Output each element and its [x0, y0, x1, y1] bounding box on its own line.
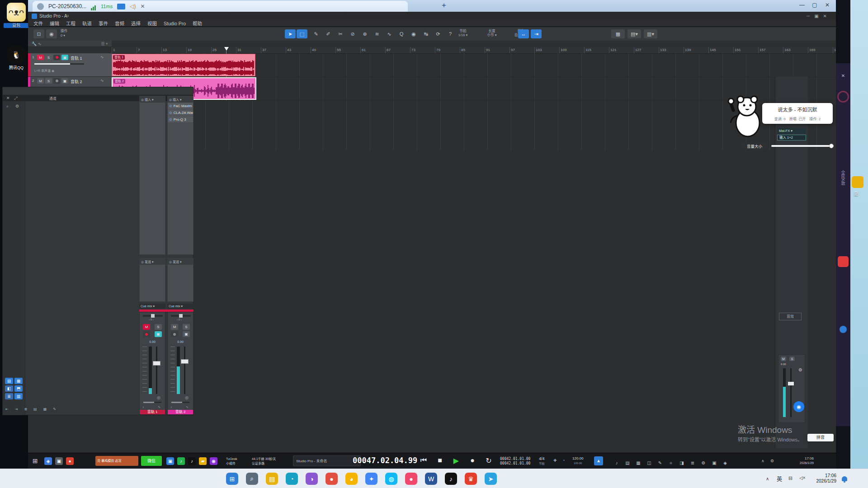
panel-icon[interactable]: ◨ [676, 460, 687, 465]
notification-bell-icon[interactable] [842, 476, 847, 481]
menu-item[interactable]: 工程 [66, 20, 75, 27]
monitor-share-icon[interactable] [117, 4, 125, 9]
tool-button[interactable]: ⬚ [297, 29, 307, 38]
cue-mix-dropdown[interactable]: Cue mix ▾ [167, 304, 193, 309]
track-tools-icons[interactable]: 🔧 ∿ [32, 42, 41, 46]
taskbar-app-icon[interactable]: ◕ [345, 473, 358, 485]
panel-icon[interactable]: ♪ [611, 460, 622, 465]
remote-app-icon[interactable]: ▣ [55, 457, 63, 465]
menu-item[interactable]: 轨道 [82, 20, 92, 27]
tool-button[interactable]: ✎ [311, 29, 321, 38]
mini-fader-cap[interactable] [788, 382, 794, 385]
remote-app-icon[interactable]: ● [66, 457, 74, 465]
monitor-button[interactable]: ▣ [61, 55, 68, 60]
console-bottom-icon[interactable]: ⇤ [5, 407, 9, 411]
record-arm-button[interactable] [53, 78, 60, 84]
fader-cap[interactable] [153, 361, 160, 366]
loop-button[interactable]: ↻ [483, 456, 495, 465]
console-bottom-icon[interactable]: ▦ [43, 407, 47, 411]
taskbar-app-icon[interactable]: ⌕ [246, 473, 258, 485]
inserts-header[interactable]: ◎ 插入 ▾ [140, 96, 165, 103]
tool-button[interactable]: ➤ [285, 29, 296, 38]
toolbar-left-value[interactable]: 0 ▾ [61, 33, 65, 38]
karaoke-popup[interactable]: 说太多 - 不如沉默 变调: 0原唱: 已开操作: 2 [762, 103, 833, 124]
taskbar-app-icon[interactable]: ✦ [365, 473, 377, 485]
sends-column-2[interactable]: ◎ 发送 ▾ [167, 258, 193, 302]
strip-record[interactable] [143, 331, 150, 337]
cue-level-slider[interactable] [171, 402, 189, 403]
speaker-icon[interactable]: ◁) [130, 3, 136, 9]
tool-button[interactable]: ∿ [384, 29, 395, 38]
monitor-mode-icon[interactable]: ◉ [46, 29, 57, 38]
remote-app-icon[interactable]: ◈ [44, 457, 52, 465]
sends-column-1[interactable]: ◎ 发送 ▾ [139, 258, 165, 302]
mini-mute[interactable]: M [781, 357, 786, 361]
widget-label-2[interactable]: 小组件 [226, 462, 236, 465]
widget-label-1[interactable]: TuGeak [226, 457, 237, 460]
menu-item[interactable]: 事件 [99, 20, 108, 27]
volume-muted-icon[interactable]: ◁× [799, 475, 806, 480]
mini-solo[interactable]: S [789, 357, 795, 361]
remote-taskbar-window-button[interactable]: 贝·暴鸡模仿 近况 [95, 456, 138, 466]
taskbar-app-icon[interactable]: W [425, 473, 437, 485]
host-minimize-button[interactable]: — [797, 2, 807, 8]
host-clock[interactable]: 17:06 2026/1/29 [813, 473, 836, 484]
track-io-chips[interactable]: L+R 单声道 ◉ [34, 68, 54, 73]
taskbar-app-icon[interactable]: ⊞ [226, 473, 238, 485]
side-red-badge[interactable] [838, 256, 849, 267]
studio-taskbar-button[interactable]: Studio Pro - 未命名 [293, 455, 361, 466]
toggle-button[interactable]: ⇥ [531, 29, 542, 38]
view-button[interactable]: ▦ [611, 29, 625, 38]
pan-slider[interactable] [171, 315, 191, 317]
network-icon[interactable]: ⊟ [788, 475, 793, 481]
studio-close[interactable]: ✕ [823, 14, 831, 19]
rail-button[interactable]: ◧ [5, 385, 13, 392]
new-tab-button[interactable]: + [442, 1, 446, 10]
strip-solo[interactable]: S [155, 324, 162, 330]
track-header-1[interactable]: 1 M S ▣ 音轨 1 ∿ L+R 单声道 ◉ [28, 53, 112, 77]
record-button[interactable]: ● [467, 456, 478, 465]
console-gear-icon[interactable]: ⚙ [15, 104, 19, 108]
record-arm-button[interactable] [53, 55, 60, 60]
inserts-column-2[interactable]: ◎ 插入 ▾ ⊙FaC Maxim⊙CLA-2A Warm⊙Pro-Q 3 [167, 96, 193, 255]
remote-app-icon[interactable]: ♪ [188, 457, 196, 465]
remote-clock[interactable]: 17:06 2026/1/29 [782, 456, 814, 465]
floating-ball-icon[interactable]: ◉ [793, 401, 804, 412]
menu-item[interactable]: 编辑 [50, 20, 59, 27]
tool-button[interactable]: ↹ [420, 29, 431, 38]
tool-button[interactable]: ≋ [372, 29, 382, 38]
insert-plugin-item[interactable]: ⊙FaC Maxim [168, 103, 193, 109]
rail-button[interactable]: ▦ [14, 378, 23, 384]
volume-slider-knob[interactable] [829, 144, 834, 148]
panel-icon[interactable]: ◫ [644, 460, 655, 465]
stop-button[interactable]: ■ [434, 456, 446, 465]
tool-button[interactable]: ⊕ [359, 29, 370, 38]
pan-slider[interactable] [143, 315, 163, 317]
tool-button[interactable]: ✐ [323, 29, 334, 38]
add-track-button[interactable]: ☰ + [101, 42, 108, 46]
add-marker-icon[interactable]: ✚ [553, 458, 557, 463]
remote-tray-chevron[interactable]: ∧ [761, 459, 764, 463]
studio-minimize[interactable]: ─ [807, 14, 814, 19]
monitor-button[interactable]: ▣ [61, 78, 68, 84]
menu-item[interactable]: 音频 [115, 20, 124, 27]
side-blue-dot[interactable] [840, 326, 847, 333]
console-bottom-icon[interactable]: ⇥ [15, 407, 18, 411]
rail-button[interactable]: ≣ [5, 393, 13, 399]
remote-app-icon[interactable]: ▣ [166, 457, 174, 465]
cue-level-slider[interactable] [143, 402, 161, 403]
mute-button[interactable]: M [37, 78, 44, 84]
sends-header[interactable]: ◎ 发送 ▾ [168, 258, 193, 265]
fx-slot-row[interactable]: Mai-FX ▾ [777, 128, 806, 134]
sends-header[interactable]: ◎ 发送 ▾ [140, 258, 165, 265]
menu-item[interactable]: 帮助 [193, 20, 202, 27]
strip-mute[interactable]: M [171, 324, 178, 330]
panel-icon[interactable]: ▦ [633, 460, 644, 465]
inserts-header[interactable]: ◎ 插入 ▾ [168, 96, 193, 103]
strip-monitor[interactable]: ▣ [183, 331, 190, 337]
host-maximize-button[interactable]: ▢ [809, 2, 820, 8]
fader-track[interactable] [184, 347, 185, 394]
layout-icon[interactable]: ⊡ [33, 29, 44, 38]
fader-cap[interactable] [181, 359, 189, 364]
console-close-icon[interactable]: ✕ [6, 96, 10, 100]
